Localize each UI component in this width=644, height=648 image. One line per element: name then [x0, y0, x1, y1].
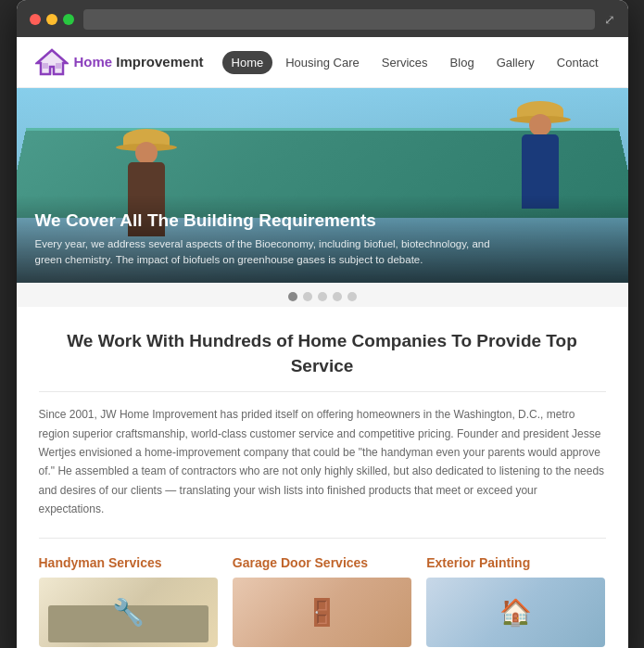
carousel-dots [17, 283, 628, 307]
hero-title: We Cover All The Building Requirements [35, 210, 610, 231]
expand-icon[interactable]: ⤢ [604, 12, 615, 27]
worker-right [508, 97, 573, 209]
logo-text: Home Improvement [74, 55, 204, 70]
close-button[interactable] [30, 14, 41, 25]
logo-home-word: Home [74, 54, 113, 70]
main-content: We Work With Hundreds of Home Companies … [17, 307, 628, 648]
nav-item-housing-care[interactable]: Housing Care [276, 51, 369, 74]
logo-house-icon [35, 48, 69, 76]
service-image-garage [233, 578, 411, 647]
hero-section: We Cover All The Building Requirements E… [17, 88, 628, 283]
service-image-handyman [39, 578, 218, 647]
website-content: Home Improvement Home Housing Care Servi… [17, 37, 628, 648]
logo-area: Home Improvement [35, 48, 204, 76]
services-grid: Handyman Services Garage Door Services E… [39, 555, 606, 647]
browser-chrome: ⤢ [17, 0, 628, 37]
carousel-dot-5[interactable] [347, 292, 357, 301]
services-divider [39, 538, 606, 539]
address-bar[interactable] [83, 9, 595, 30]
carousel-dot-1[interactable] [288, 292, 297, 301]
carousel-dot-4[interactable] [333, 292, 342, 301]
service-card-garage: Garage Door Services [233, 555, 411, 647]
logo-rest: Improvement [112, 54, 203, 70]
worker-head-left [135, 142, 158, 164]
nav-item-home[interactable]: Home [222, 51, 273, 74]
nav-item-services[interactable]: Services [373, 51, 437, 74]
carousel-dot-3[interactable] [318, 292, 327, 301]
service-image-exterior [426, 578, 605, 647]
service-title-exterior: Exterior Painting [426, 555, 605, 570]
service-title-garage: Garage Door Services [233, 555, 411, 570]
service-card-handyman: Handyman Services [39, 555, 218, 647]
traffic-lights [30, 14, 74, 25]
svg-marker-3 [37, 50, 67, 74]
maximize-button[interactable] [63, 14, 74, 25]
main-body-text: Since 2001, JW Home Improvement has prid… [39, 405, 606, 518]
section-divider [39, 391, 606, 392]
hero-overlay: We Cover All The Building Requirements E… [17, 196, 628, 284]
minimize-button[interactable] [46, 14, 57, 25]
nav-item-blog[interactable]: Blog [441, 51, 484, 74]
main-nav: Home Housing Care Services Blog Gallery … [222, 51, 608, 74]
main-section-title: We Work With Hundreds of Home Companies … [39, 329, 606, 378]
carousel-dot-2[interactable] [303, 292, 312, 301]
site-header: Home Improvement Home Housing Care Servi… [17, 37, 628, 88]
browser-window: ⤢ Home Improvement Home Housing Care [17, 0, 628, 648]
nav-item-contact[interactable]: Contact [548, 51, 608, 74]
hero-subtitle: Every year, we address several aspects o… [35, 236, 499, 269]
nav-item-gallery[interactable]: Gallery [487, 51, 544, 74]
service-card-exterior: Exterior Painting [426, 555, 605, 647]
service-title-handyman: Handyman Services [39, 555, 218, 570]
worker-head-right [529, 114, 551, 136]
